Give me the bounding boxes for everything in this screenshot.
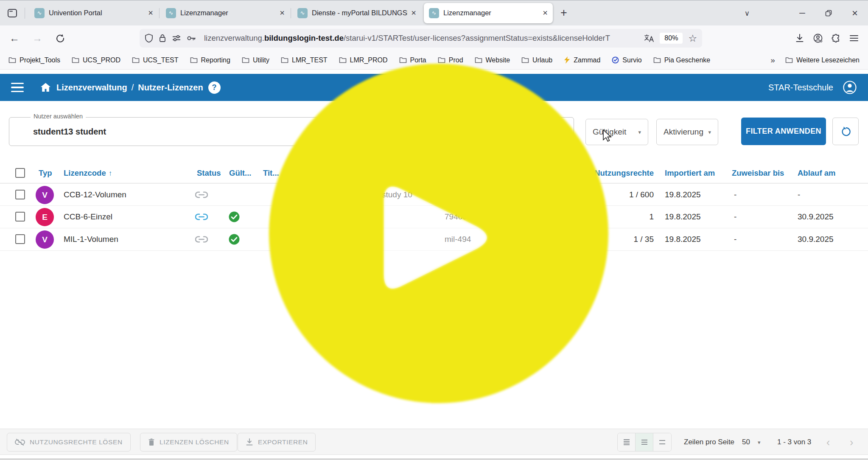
bookmark-item[interactable]: LMR_TEST bbox=[281, 56, 328, 64]
license-title: mil-494 bbox=[445, 235, 471, 244]
validity-dropdown[interactable]: Gültigkeit ▾ bbox=[585, 119, 648, 145]
back-icon[interactable]: ← bbox=[5, 30, 24, 47]
extensions-icon[interactable] bbox=[832, 34, 841, 43]
release-usage-rights-button[interactable]: NUTZUNGSRECHTE LÖSEN bbox=[7, 433, 131, 452]
bookmark-item[interactable]: Survio bbox=[612, 56, 641, 64]
bookmark-item[interactable]: UCS_TEST bbox=[132, 56, 179, 64]
lock-icon[interactable] bbox=[159, 34, 166, 43]
usage-count: 1 / 35 bbox=[585, 235, 654, 244]
browser-tab[interactable]: ∿Lizenzmanager× bbox=[161, 3, 290, 23]
url-text[interactable]: lizenzverwaltung.bildungslogin-test.de/s… bbox=[204, 34, 638, 43]
breadcrumb-item[interactable]: Lizenzverwaltung bbox=[56, 83, 127, 93]
shield-icon[interactable] bbox=[145, 34, 153, 43]
bookmark-item[interactable]: Reporting bbox=[190, 56, 230, 64]
key-icon[interactable] bbox=[187, 35, 196, 42]
tab-close-icon[interactable]: × bbox=[411, 8, 416, 18]
bookmark-label: LMR_PROD bbox=[350, 56, 388, 64]
url-bar[interactable]: lizenzverwaltung.bildungslogin-test.de/s… bbox=[140, 29, 702, 48]
browser-tab[interactable]: ∿Univention Portal× bbox=[29, 3, 158, 23]
bookmarks-overflow-icon[interactable]: » bbox=[770, 56, 775, 65]
column-titel[interactable]: Tit... bbox=[263, 168, 279, 178]
restore-icon[interactable] bbox=[815, 4, 842, 22]
downloads-icon[interactable] bbox=[795, 34, 804, 43]
imported-date: 19.8.2025 bbox=[665, 190, 701, 199]
license-title: study 10 bbox=[382, 190, 412, 199]
tab-close-icon[interactable]: × bbox=[148, 8, 153, 18]
user-account-icon[interactable] bbox=[843, 80, 857, 95]
bookmark-item[interactable]: Projekt_Tools bbox=[8, 56, 60, 64]
folder-icon bbox=[190, 57, 198, 63]
select-all-checkbox[interactable] bbox=[15, 168, 25, 178]
download-icon bbox=[246, 438, 253, 446]
bookmark-item[interactable]: LMR_PROD bbox=[339, 56, 388, 64]
browser-tab[interactable]: ∿Dienste - myPortal BILDUNGSLO× bbox=[292, 3, 421, 23]
app-menu-icon[interactable] bbox=[11, 83, 24, 93]
bookmark-item[interactable]: Utility bbox=[242, 56, 269, 64]
minimize-icon[interactable]: ─ bbox=[789, 4, 815, 22]
reload-icon[interactable] bbox=[51, 30, 70, 47]
app-header: Lizenzverwaltung / Nutzer-Lizenzen ? STA… bbox=[0, 74, 868, 101]
next-page-icon[interactable]: › bbox=[850, 429, 853, 455]
breadcrumb-separator: / bbox=[132, 83, 134, 93]
bookmark-item[interactable]: UCS_PROD bbox=[72, 56, 120, 64]
assigned-link-icon[interactable] bbox=[195, 236, 208, 243]
export-button[interactable]: EXPORTIEREN bbox=[238, 433, 316, 452]
density-compact-icon[interactable] bbox=[618, 433, 636, 451]
bookmark-item[interactable]: Urlaub bbox=[521, 56, 552, 64]
column-importiert-am[interactable]: Importiert am bbox=[665, 168, 715, 178]
folder-icon bbox=[132, 57, 140, 63]
home-icon[interactable] bbox=[40, 82, 51, 93]
bookmark-item[interactable]: Porta bbox=[399, 56, 426, 64]
column-zuweisbar-bis[interactable]: Zuweisbar bis bbox=[732, 168, 784, 178]
bookmark-item[interactable]: Prod bbox=[438, 56, 463, 64]
assigned-link-icon[interactable] bbox=[195, 213, 208, 221]
firefox-view-icon[interactable] bbox=[3, 4, 21, 22]
bookmark-star-icon[interactable]: ☆ bbox=[688, 33, 697, 44]
assigned-link-icon[interactable] bbox=[195, 191, 208, 198]
zoom-level-badge[interactable]: 80% bbox=[660, 33, 683, 44]
imported-date: 19.8.2025 bbox=[665, 235, 701, 244]
tab-close-icon[interactable]: × bbox=[543, 8, 548, 18]
imported-date: 19.8.2025 bbox=[665, 212, 701, 222]
menu-icon[interactable] bbox=[849, 34, 859, 42]
footer-toolbar: NUTZUNGSRECHTE LÖSEN LIZENZEN LÖSCHEN EX… bbox=[0, 429, 868, 455]
folder-icon bbox=[281, 57, 288, 63]
previous-page-icon[interactable]: ‹ bbox=[826, 429, 830, 455]
rows-per-page-select[interactable]: 50▾ bbox=[742, 429, 760, 455]
reset-filter-button[interactable] bbox=[832, 118, 859, 145]
new-tab-button[interactable]: + bbox=[555, 5, 572, 22]
bookmark-item[interactable]: Website bbox=[475, 56, 510, 64]
browser-tab[interactable]: ∿Lizenzmanager× bbox=[424, 3, 553, 23]
permissions-icon[interactable] bbox=[172, 34, 181, 42]
delete-licenses-button[interactable]: LIZENZEN LÖSCHEN bbox=[140, 433, 237, 452]
column-lizenzcode[interactable]: Lizenzcode↑ bbox=[64, 168, 112, 178]
tab-bar: ∿Univention Portal×∿Lizenzmanager×∿Diens… bbox=[0, 0, 868, 25]
forward-icon[interactable]: → bbox=[28, 30, 47, 47]
column-gueltig[interactable]: Gült... bbox=[229, 168, 251, 178]
bookmark-more-folder[interactable]: Weitere Lesezeichen bbox=[785, 56, 860, 64]
tab-close-icon[interactable]: × bbox=[280, 8, 285, 18]
user-select-input[interactable]: Nutzer auswählen student13 student bbox=[9, 117, 574, 146]
apply-filter-button[interactable]: FILTER ANWENDEN bbox=[741, 118, 826, 145]
bookmark-label: Utility bbox=[253, 56, 269, 64]
bookmark-item[interactable]: Pia Geschenke bbox=[653, 56, 711, 64]
density-standard-icon[interactable] bbox=[636, 433, 653, 451]
density-comfortable-icon[interactable] bbox=[653, 433, 671, 451]
close-window-icon[interactable]: × bbox=[842, 4, 868, 22]
account-icon[interactable] bbox=[813, 33, 823, 43]
row-checkbox[interactable] bbox=[15, 212, 25, 222]
translate-icon[interactable] bbox=[644, 34, 654, 42]
bookmark-label: Urlaub bbox=[532, 56, 552, 64]
column-status[interactable]: Status bbox=[197, 168, 221, 178]
bookmark-item[interactable]: Zammad bbox=[564, 56, 600, 64]
help-icon[interactable]: ? bbox=[208, 81, 221, 94]
activation-dropdown[interactable]: Aktivierung ▾ bbox=[656, 119, 718, 145]
list-tabs-icon[interactable]: ∨ bbox=[734, 4, 760, 22]
column-ablauf-am[interactable]: Ablauf am bbox=[798, 168, 835, 178]
table-row: V MIL-1-Volumen mil-494 1 / 35 19.8.2025… bbox=[0, 228, 868, 251]
license-code: CCB-6-Einzel bbox=[64, 212, 112, 222]
column-typ[interactable]: Typ bbox=[39, 168, 52, 178]
row-checkbox[interactable] bbox=[15, 234, 25, 244]
row-checkbox[interactable] bbox=[15, 190, 25, 199]
column-nutzungsrechte[interactable]: Nutzungsrechte bbox=[585, 168, 654, 178]
